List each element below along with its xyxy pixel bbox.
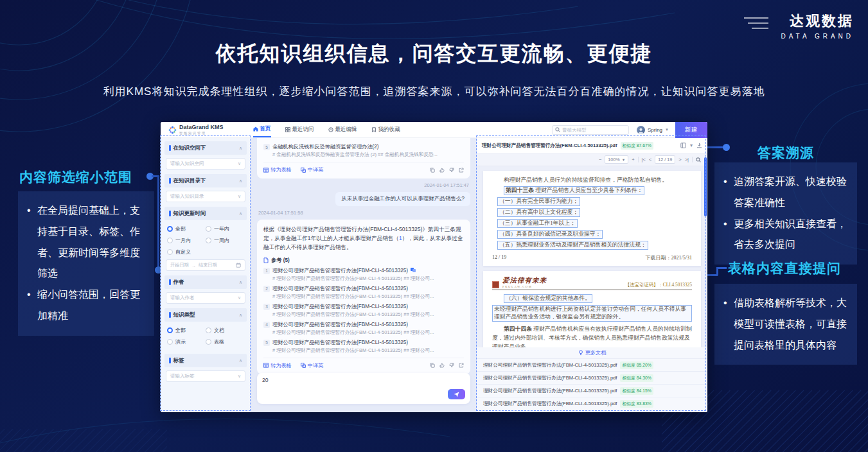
- section-accent-bar: [169, 178, 171, 184]
- filter-section-header[interactable]: 作者 ∧: [164, 275, 247, 289]
- radio-icon: [167, 249, 173, 255]
- date-start-placeholder: 开始日期: [170, 262, 189, 268]
- thumbs-down-icon[interactable]: [449, 363, 454, 368]
- filter-section-header[interactable]: 在知识空间下 ∧: [164, 141, 247, 155]
- reference-item[interactable]: 4 理财公司理财产品销售管理暂行办法(FBM-CLI-4-5013325) # …: [263, 321, 464, 336]
- next-page-icon[interactable]: >: [678, 157, 681, 162]
- reference-snippet: # 理财公司理财产品销售管理暂行办法(FBM-CLI-4-5013325) ##…: [272, 293, 464, 300]
- related-doc-row[interactable]: 理财公司理财产品销售管理暂行办法(FBM-CLI-4-5013325).pdf …: [477, 371, 707, 384]
- more-docs-button[interactable]: 更多文档: [477, 347, 707, 358]
- share-icon[interactable]: [459, 363, 464, 368]
- filter-section-header[interactable]: 知识更新时间 ∧: [164, 207, 247, 220]
- filter-section-header[interactable]: 知识类型 ∧: [164, 308, 247, 322]
- thumbs-up-icon[interactable]: [439, 363, 445, 368]
- radio-type-all[interactable]: 全部: [167, 327, 206, 334]
- tag-select[interactable]: 请输入标签 ∨: [166, 370, 245, 382]
- pkulaw-header: 爱法律有未来 PKULAW.COM 【法宝引证码】：CLI.4.5013325: [492, 276, 692, 290]
- page-indicator[interactable]: 12 / 19: [655, 155, 675, 164]
- radio-type-doc[interactable]: 文档: [206, 327, 244, 334]
- collapse-icon[interactable]: ∧: [239, 313, 242, 318]
- more-menu-icon[interactable]: ▾: [690, 143, 693, 148]
- radio-time-year[interactable]: 一年内: [206, 225, 244, 232]
- first-page-icon[interactable]: |<: [642, 157, 646, 162]
- filter-section-header[interactable]: 在知识目录下 ∧: [164, 174, 247, 187]
- to-table-button[interactable]: 转为表格: [263, 362, 292, 369]
- user-menu[interactable]: Spring ▼: [637, 126, 669, 134]
- prev-page-icon[interactable]: <: [649, 157, 651, 162]
- filter-section-update-time: 知识更新时间 ∧ 全部 一年内 一月内 一周内 自定义 开始日期: [164, 207, 247, 272]
- download-icon[interactable]: [696, 143, 702, 148]
- to-table-label: 转为表格: [270, 362, 292, 369]
- related-doc-row[interactable]: 理财公司理财产品销售管理暂行办法(FBM-CLI-4-5013325).pdf …: [477, 397, 707, 410]
- filter-section-space: 在知识空间下 ∧ 请输入知识空间 ∨: [164, 141, 247, 171]
- annotation-right-top-title: 答案溯源: [714, 144, 857, 162]
- global-search-box[interactable]: [552, 125, 629, 135]
- pdf-page-2: 爱法律有未来 PKULAW.COM 【法宝引证码】：CLI.4.5013325 …: [483, 271, 701, 347]
- translate-icon: [301, 168, 306, 173]
- translate-button[interactable]: 中译英: [301, 166, 324, 173]
- section-title: 标签: [173, 357, 184, 365]
- radio-type-table[interactable]: 表格: [206, 338, 244, 345]
- radio-label: 全部: [175, 327, 186, 334]
- author-select[interactable]: 请输入作者 ∨: [166, 292, 245, 304]
- nav-tab-home[interactable]: 首页: [253, 122, 271, 137]
- radio-label: 全部: [175, 225, 186, 232]
- radio-time-custom[interactable]: 自定义: [167, 248, 206, 256]
- last-page-icon[interactable]: >|: [685, 157, 689, 162]
- reference-title: 理财公司理财产品销售管理暂行办法(FBM-CLI-4-5013325): [272, 321, 408, 328]
- collapse-icon[interactable]: ∧: [239, 280, 242, 285]
- layout-icon[interactable]: [680, 143, 686, 148]
- datagrand-logo: 达观数据 DATA GRAND: [781, 12, 854, 40]
- copy-icon[interactable]: [430, 363, 435, 368]
- search-input[interactable]: [562, 127, 620, 133]
- search-doc-icon[interactable]: [696, 157, 701, 162]
- catalog-select[interactable]: 请输入知识目录 ∨: [166, 191, 245, 202]
- nav-tab-favorites[interactable]: 我的收藏: [371, 122, 400, 137]
- collapse-icon[interactable]: ∧: [239, 211, 242, 216]
- reference-label-row: 参考 (5): [263, 257, 464, 264]
- to-table-button[interactable]: 转为表格: [263, 166, 292, 173]
- cite-jump-icon[interactable]: [411, 267, 416, 272]
- send-button[interactable]: [448, 389, 465, 399]
- translate-button[interactable]: 中译英: [301, 362, 324, 369]
- radio-type-slides[interactable]: 演示: [167, 338, 206, 345]
- thumbs-up-icon[interactable]: [439, 168, 445, 173]
- date-range-picker[interactable]: 开始日期 → 结束日期: [166, 259, 245, 271]
- zoom-out-icon[interactable]: −: [599, 157, 601, 162]
- reference-item[interactable]: 2 理财公司理财产品销售管理暂行办法(FBM-CLI-4-5013325) # …: [263, 285, 464, 300]
- reference-item[interactable]: 5 理财公司理财产品销售管理暂行办法(FBM-CLI-4-5013325) # …: [263, 339, 464, 354]
- reference-snippet: # 理财公司理财产品销售管理暂行办法(FBM-CLI-4-5013325) ##…: [272, 347, 464, 354]
- reference-item[interactable]: 3 理财公司理财产品销售管理暂行办法(FBM-CLI-4-5013325) # …: [263, 303, 464, 318]
- nav-tab-recent-visit[interactable]: 最近访问: [285, 122, 314, 137]
- pdf-scrollbar[interactable]: [704, 157, 707, 216]
- bullet-dot: •: [723, 214, 734, 256]
- related-doc-row[interactable]: 理财公司理财产品销售管理暂行办法(FBM-CLI-4-5013325).pdf …: [477, 358, 707, 371]
- radio-time-all[interactable]: 全部: [167, 225, 206, 232]
- share-icon[interactable]: [459, 168, 464, 173]
- zoom-level-select[interactable]: 100%▼: [605, 155, 628, 164]
- collapse-icon[interactable]: ∧: [239, 358, 242, 363]
- radio-time-month[interactable]: 一月内: [167, 237, 206, 244]
- copy-icon[interactable]: [430, 168, 435, 173]
- divider: [263, 162, 464, 162]
- filter-section-tag: 标签 ∧ 请输入标签 ∨: [164, 354, 247, 383]
- filter-section-header[interactable]: 标签 ∧: [164, 354, 247, 367]
- collapse-icon[interactable]: ∧: [239, 178, 242, 184]
- app-body: 在知识空间下 ∧ 请输入知识空间 ∨ 在知识目录下 ∧: [161, 138, 707, 412]
- space-select[interactable]: 请输入知识空间 ∨: [166, 158, 245, 170]
- kms-brand-name: DataGrand KMS: [179, 125, 224, 130]
- reference-item[interactable]: 1 理财公司理财产品销售管理暂行办法(FBM-CLI-4-5013325) # …: [263, 267, 464, 282]
- collapse-icon[interactable]: ∧: [239, 146, 242, 151]
- section-title: 知识更新时间: [173, 210, 206, 218]
- zoom-in-icon[interactable]: +: [632, 157, 634, 162]
- calendar-icon: [236, 263, 241, 268]
- chat-input-field[interactable]: 20: [262, 377, 442, 396]
- new-button[interactable]: 新建: [675, 122, 707, 138]
- radio-time-week[interactable]: 一周内: [206, 237, 244, 244]
- related-doc-row[interactable]: 理财公司理财产品销售管理暂行办法(FBM-CLI-4-5013325).pdf …: [477, 384, 707, 397]
- nav-tab-recent-edit[interactable]: 最近编辑: [328, 122, 357, 137]
- kms-logo[interactable]: DataGrand KMS 智能知识管理: [168, 125, 224, 135]
- pdf-page-area[interactable]: 构理财产品销售人员行为的持续监督和排查，严格防范私自销售。 第四十三条 理财产品…: [477, 166, 707, 347]
- thumbs-down-icon[interactable]: [449, 168, 454, 173]
- reference-item[interactable]: 5 金融机构反洗钱和反恐怖融资监督管理办法(2): [263, 143, 464, 150]
